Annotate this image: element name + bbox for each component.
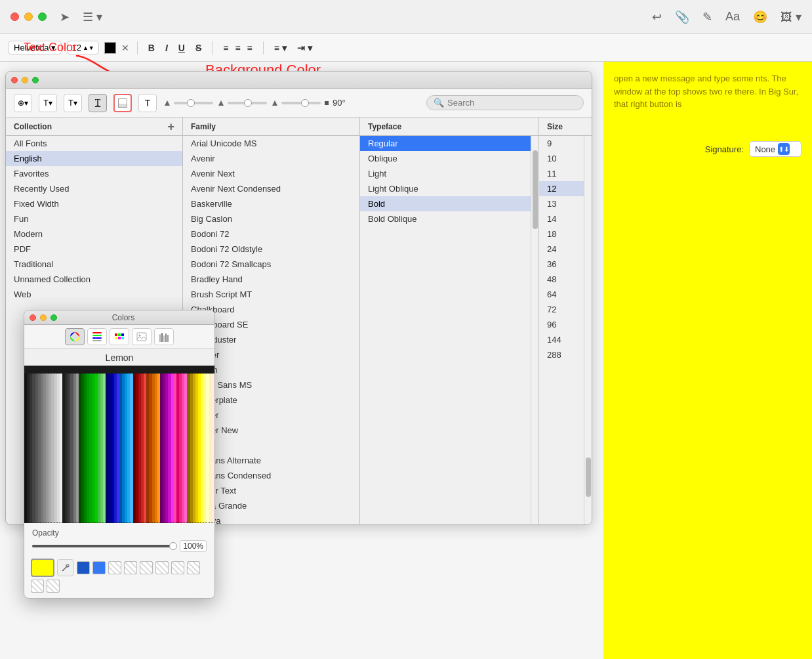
add-collection-button[interactable]: + <box>167 121 174 133</box>
pencil-item[interactable] <box>51 373 54 523</box>
collection-item-all-fonts[interactable]: All Fonts <box>6 136 182 151</box>
family-item-arial[interactable]: Arial Unicode MS <box>183 136 359 151</box>
maximize-button[interactable] <box>38 12 47 21</box>
minimize-button[interactable] <box>24 12 33 21</box>
fp-close-button[interactable] <box>11 77 18 83</box>
typeface-item-regular[interactable]: Regular <box>360 136 538 151</box>
italic-button[interactable]: I <box>163 41 171 54</box>
signature-dropdown-icon[interactable]: ⬆⬇ <box>778 143 790 155</box>
collection-item-pdf[interactable]: PDF <box>6 242 182 257</box>
family-item-bodoni72-smallcaps[interactable]: Bodoni 72 Smallcaps <box>183 257 359 272</box>
typeface-item-bold-oblique[interactable]: Bold Oblique <box>360 211 538 226</box>
attachment-icon[interactable]: 📎 <box>675 10 689 24</box>
current-color-swatch[interactable] <box>31 559 54 577</box>
pencil-item[interactable] <box>89 373 92 523</box>
family-item-avenir-next-condensed[interactable]: Avenir Next Condensed <box>183 181 359 196</box>
saved-swatch-7[interactable] <box>171 561 184 574</box>
typeface-item-bold[interactable]: Bold <box>360 196 538 211</box>
fp-maximize-button[interactable] <box>32 77 39 83</box>
indent-button[interactable]: ⇥ ▾ <box>294 41 315 54</box>
back-icon[interactable]: ↩ <box>652 10 662 24</box>
compose-icon[interactable]: ✎ <box>702 10 712 24</box>
saved-swatch-8[interactable] <box>187 561 200 574</box>
align-center-button[interactable]: ≡ <box>232 41 243 54</box>
underline-button[interactable]: U <box>176 41 188 54</box>
collection-item-fun[interactable]: Fun <box>6 211 182 226</box>
strikethrough-icon[interactable]: ✕ <box>121 43 129 53</box>
family-item-bodoni72[interactable]: Bodoni 72 <box>183 226 359 242</box>
fp-slider-1[interactable] <box>174 102 213 104</box>
signature-select[interactable]: None ⬆⬇ <box>749 141 802 157</box>
fp-text-size-btn[interactable]: T▾ <box>39 94 57 112</box>
typeface-scrollbar[interactable] <box>531 136 538 524</box>
colors-minimize-button[interactable] <box>40 314 47 321</box>
eyedropper-button[interactable] <box>57 559 74 576</box>
fp-text-T-btn[interactable]: T <box>138 94 157 112</box>
pencil-item[interactable] <box>212 373 214 523</box>
saved-swatch-9[interactable] <box>31 580 44 593</box>
colors-maximize-button[interactable] <box>51 314 57 321</box>
font-icon[interactable]: Aa <box>725 10 740 24</box>
pencil-item[interactable] <box>168 373 171 523</box>
text-color-swatch[interactable] <box>104 42 116 54</box>
saved-swatch-1[interactable] <box>77 561 90 574</box>
typeface-scrollbar-thumb[interactable] <box>533 150 538 229</box>
align-right-button[interactable]: ≡ <box>245 41 255 54</box>
photo-icon[interactable]: 🖼 ▾ <box>781 10 802 24</box>
pencil-item[interactable] <box>70 373 73 523</box>
colors-tab-image[interactable] <box>132 328 152 345</box>
family-item-avenir[interactable]: Avenir <box>183 151 359 166</box>
saved-swatch-4[interactable] <box>124 561 137 574</box>
close-button[interactable] <box>10 12 19 21</box>
collection-item-traditional[interactable]: Traditional <box>6 257 182 272</box>
family-item-big-caslon[interactable]: Big Caslon <box>183 211 359 226</box>
size-scrollbar-thumb[interactable] <box>586 457 591 497</box>
colors-tab-sliders[interactable] <box>87 328 107 345</box>
pencil-item[interactable] <box>187 373 190 523</box>
colors-tab-palette[interactable] <box>110 328 129 345</box>
pencil-item[interactable] <box>206 373 209 523</box>
pencil-item[interactable] <box>149 373 152 523</box>
collection-item-unnamed[interactable]: Unnamed Collection <box>6 272 182 287</box>
saved-swatch-6[interactable] <box>155 561 169 574</box>
pencil-item[interactable] <box>108 373 111 523</box>
collection-item-favorites[interactable]: Favorites <box>6 166 182 181</box>
family-item-brush-script[interactable]: Brush Script MT <box>183 287 359 302</box>
typeface-item-light[interactable]: Light <box>360 166 538 181</box>
saved-swatch-5[interactable] <box>140 561 153 574</box>
collection-item-recently-used[interactable]: Recently Used <box>6 181 182 196</box>
list-icon[interactable]: ☰ ▾ <box>83 10 102 24</box>
fp-color-btn[interactable] <box>113 94 132 112</box>
saved-swatch-2[interactable] <box>92 561 106 574</box>
fp-text-style-btn[interactable]: T▾ <box>64 94 82 112</box>
align-left-button[interactable]: ≡ <box>220 41 231 54</box>
list-button[interactable]: ≡ ▾ <box>272 41 289 54</box>
family-item-bodoni72-oldstyle[interactable]: Bodoni 72 Oldstyle <box>183 242 359 257</box>
collection-item-modern[interactable]: Modern <box>6 226 182 242</box>
typeface-item-light-oblique[interactable]: Light Oblique <box>360 181 538 196</box>
collection-item-web[interactable]: Web <box>6 287 182 302</box>
fp-slider-3[interactable] <box>281 102 321 104</box>
fp-slider-2[interactable] <box>228 102 267 104</box>
collection-item-fixed-width[interactable]: Fixed Width <box>6 196 182 211</box>
saved-swatch-3[interactable] <box>108 561 121 574</box>
send-icon[interactable]: ➤ <box>60 10 70 24</box>
colors-tab-wheel[interactable] <box>65 328 85 345</box>
bold-button[interactable]: B <box>146 41 157 54</box>
fp-text-underline-btn[interactable]: T <box>89 94 107 112</box>
family-item-bradley-hand[interactable]: Bradley Hand <box>183 272 359 287</box>
emoji-icon[interactable]: 😊 <box>753 10 767 24</box>
colors-close-button[interactable] <box>30 314 36 321</box>
pencil-item[interactable] <box>32 373 35 523</box>
saved-swatch-10[interactable] <box>47 580 60 593</box>
size-scrollbar[interactable] <box>584 136 592 524</box>
colors-tab-pencils[interactable] <box>154 328 174 345</box>
fp-search-box[interactable]: 🔍 <box>426 95 584 110</box>
fp-search-input[interactable] <box>447 98 577 108</box>
opacity-slider[interactable] <box>32 545 174 547</box>
collection-item-english[interactable]: English <box>6 151 182 166</box>
strikethrough-button[interactable]: S <box>193 41 204 54</box>
family-item-baskerville[interactable]: Baskerville <box>183 196 359 211</box>
fp-minimize-button[interactable] <box>22 77 28 83</box>
typeface-item-oblique[interactable]: Oblique <box>360 151 538 166</box>
